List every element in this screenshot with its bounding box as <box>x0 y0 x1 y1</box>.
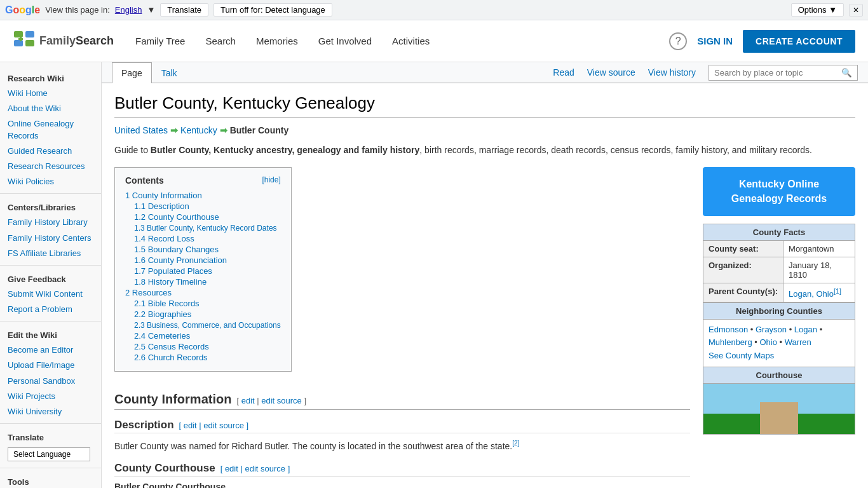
sidebar-item-sandbox[interactable]: Personal Sandbox <box>0 374 101 389</box>
turnoff-button[interactable]: Turn off for: Detect language <box>214 3 332 17</box>
edmonson-link[interactable]: Edmonson <box>709 325 748 334</box>
tab-view-history[interactable]: View history <box>642 62 702 83</box>
contents-list: 1 County Information 1.1 Description 1.2… <box>125 191 281 362</box>
nav-right: ? SIGN IN CREATE ACCOUNT <box>669 30 855 53</box>
sidebar-item-fhc[interactable]: Family History Centers <box>0 231 101 246</box>
nav-links: Family Tree Search Memories Get Involved… <box>126 30 669 51</box>
sidebar-section-edit: Edit the Wiki <box>0 325 101 342</box>
table-row: Parent County(s): Logan, Ohio[1] <box>703 283 855 302</box>
main-nav: FamilySearch Family Tree Search Memories… <box>0 20 868 62</box>
contents-box: Contents [hide] 1 County Information 1.1… <box>114 167 292 372</box>
sign-in-button[interactable]: SIGN IN <box>697 36 733 46</box>
sidebar-item-wiki-university[interactable]: Wiki University <box>0 404 101 419</box>
nav-family-tree[interactable]: Family Tree <box>126 30 194 51</box>
nav-search[interactable]: Search <box>196 30 245 51</box>
nav-activities[interactable]: Activities <box>383 30 438 51</box>
main-col: Contents [hide] 1 County Information 1.1… <box>114 167 690 488</box>
tab-page[interactable]: Page <box>112 62 152 83</box>
main-content: Butler County, Kentucky Genealogy United… <box>102 83 868 488</box>
translate-bar-label: View this page in: <box>45 5 110 15</box>
svg-rect-1 <box>25 31 34 37</box>
county-info-editsource-link[interactable]: edit source <box>261 396 302 405</box>
sidebar-item-wiki-policies[interactable]: Wiki Policies <box>0 174 101 189</box>
two-col-layout: Contents [hide] 1 County Information 1.1… <box>114 167 855 488</box>
sidebar-section-tools: Tools <box>0 472 101 488</box>
sidebar-item-guided-research[interactable]: Guided Research <box>0 144 101 159</box>
options-button[interactable]: Options ▼ <box>791 3 844 17</box>
table-row: Organized: January 18, 1810 <box>703 257 855 283</box>
wiki-search-button[interactable]: 🔍 <box>836 65 857 80</box>
muhlenberg-link[interactable]: Muhlenberg <box>709 337 752 347</box>
county-facts-table: County Facts County seat: Morgantown Org… <box>703 224 855 302</box>
nav-get-involved[interactable]: Get Involved <box>309 30 381 51</box>
table-row: County seat: Morgantown <box>703 241 855 257</box>
table-row: County Facts <box>703 224 855 241</box>
sidebar-item-report-problem[interactable]: Report a Problem <box>0 302 101 317</box>
courthouse-edit-link[interactable]: [ edit | edit source ] <box>220 464 290 473</box>
breadcrumb-us[interactable]: United States <box>114 125 168 135</box>
logan-ohio-link[interactable]: Logan, Ohio[1] <box>789 289 841 299</box>
breadcrumb-ky[interactable]: Kentucky <box>180 125 217 135</box>
help-icon[interactable]: ? <box>669 32 687 50</box>
description-edit-links: [ edit | edit source ] <box>179 421 249 430</box>
logo-area[interactable]: FamilySearch <box>13 30 114 53</box>
parent-county-value: Logan, Ohio[1] <box>783 283 855 302</box>
list-item: 2.2 Biographies <box>125 309 281 319</box>
description-header: Description [ edit | edit source ] <box>114 419 690 433</box>
sidebar-divider-3 <box>0 321 101 322</box>
county-seat-label: County seat: <box>703 241 783 257</box>
ohio-link[interactable]: Ohio <box>759 337 776 347</box>
list-item: 1.1 Description <box>125 201 281 211</box>
tab-view-source[interactable]: View source <box>581 62 642 83</box>
sidebar-item-become-editor[interactable]: Become an Editor <box>0 342 101 358</box>
breadcrumb-arrow-2: ➡ <box>220 125 227 135</box>
see-county-maps-link[interactable]: See County Maps <box>709 351 774 360</box>
list-item: 1.6 County Pronunciation <box>125 255 281 265</box>
list-item: 2.5 Census Records <box>125 342 281 351</box>
select-language-button[interactable]: Select Language <box>8 447 90 461</box>
nav-memories[interactable]: Memories <box>247 30 307 51</box>
list-item: 2.4 Cemeteries <box>125 331 281 341</box>
translate-button[interactable]: Translate <box>160 3 208 17</box>
sidebar-section-research-wiki: Research Wiki <box>0 69 101 86</box>
county-info-header: County Information [ edit | edit source … <box>114 392 690 410</box>
contents-title: Contents <box>125 175 164 186</box>
create-account-button[interactable]: CREATE ACCOUNT <box>743 30 855 53</box>
list-item: 1.4 Record Loss <box>125 234 281 243</box>
tab-talk[interactable]: Talk <box>152 62 187 83</box>
sidebar-item-wiki-home[interactable]: Wiki Home <box>0 86 101 101</box>
sidebar-item-upload-file[interactable]: Upload File/Image <box>0 358 101 373</box>
organized-value: January 18, 1810 <box>783 257 855 283</box>
contents-hide-link[interactable]: [hide] <box>262 175 280 186</box>
ky-records-button[interactable]: Kentucky Online Genealogy Records <box>703 167 855 216</box>
sidebar-item-submit-wiki[interactable]: Submit Wiki Content <box>0 287 101 302</box>
sidebar-item-online-records[interactable]: Online Genealogy Records <box>0 116 101 143</box>
svg-rect-5 <box>18 38 23 40</box>
sidebar-divider-2 <box>0 265 101 266</box>
warren-link[interactable]: Warren <box>785 337 811 347</box>
close-translate-button[interactable]: ✕ <box>849 4 863 17</box>
sidebar-item-about-wiki[interactable]: About the Wiki <box>0 101 101 116</box>
sidebar-item-affiliate[interactable]: FS Affiliate Libraries <box>0 246 101 261</box>
sidebar-divider-4 <box>0 423 101 424</box>
list-item: 2 Resources <box>125 288 281 297</box>
sidebar-divider-5 <box>0 468 101 468</box>
breadcrumb-arrow-1: ➡ <box>170 125 178 135</box>
courthouse-image <box>703 384 855 435</box>
intro-bold: Butler County, Kentucky ancestry, geneal… <box>151 145 419 155</box>
description-edit-link[interactable]: [ edit | edit source ] <box>179 421 249 430</box>
translate-language-link[interactable]: English <box>115 5 142 15</box>
sidebar-item-research-resources[interactable]: Research Resources <box>0 159 101 174</box>
breadcrumb: United States ➡ Kentucky ➡ Butler County <box>114 125 855 135</box>
list-item: 1.8 History Timeline <box>125 277 281 287</box>
wiki-search-input[interactable] <box>709 65 836 80</box>
sidebar-divider-1 <box>0 193 101 194</box>
intro-prefix: Guide to <box>114 145 151 155</box>
sidebar-item-fhl[interactable]: Family History Library <box>0 215 101 230</box>
logan-link[interactable]: Logan <box>794 325 817 334</box>
sidebar-item-wiki-projects[interactable]: Wiki Projects <box>0 389 101 404</box>
logo-text: FamilySearch <box>39 34 114 48</box>
county-info-edit-link[interactable]: edit <box>241 396 255 405</box>
tab-read[interactable]: Read <box>546 62 580 83</box>
grayson-link[interactable]: Grayson <box>756 325 787 334</box>
